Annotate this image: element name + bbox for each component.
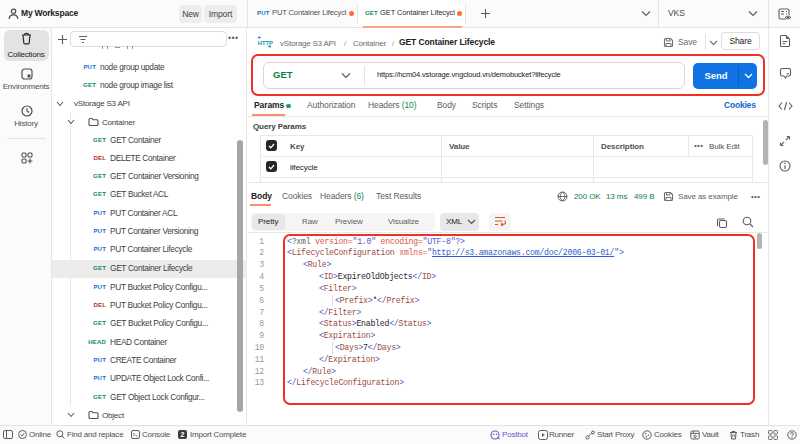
svg-text:HTTP: HTTP (258, 40, 273, 46)
